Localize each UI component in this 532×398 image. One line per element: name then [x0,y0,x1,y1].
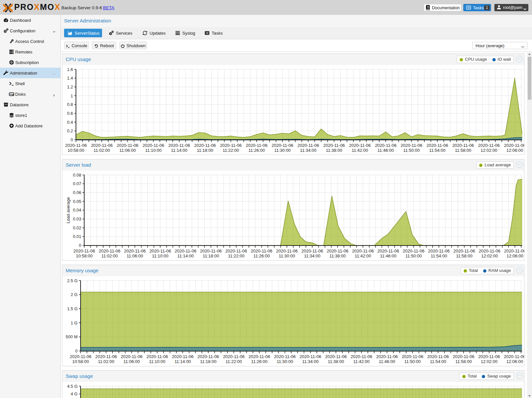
svg-text:2020-11-06: 2020-11-06 [351,354,372,359]
svg-text:0: 0 [75,348,78,353]
svg-text:10:58:00: 10:58:00 [76,253,93,258]
svg-text:2020-11-06: 2020-11-06 [376,354,398,359]
svg-text:2020-11-06: 2020-11-06 [325,354,347,359]
svg-text:0: 0 [79,243,81,248]
svg-text:11:50:00: 11:50:00 [404,359,421,364]
svg-text:2020-11-06: 2020-11-06 [349,143,371,148]
svg-text:2020-11-06: 2020-11-06 [251,249,272,253]
svg-text:11:02:00: 11:02:00 [101,253,118,258]
svg-text:2020-11-06: 2020-11-06 [427,354,449,359]
svg-text:11:54:00: 11:54:00 [429,148,445,153]
svg-text:2.5 G: 2.5 G [67,278,78,283]
svg-text:11:54:00: 11:54:00 [431,253,447,258]
svg-text:0.4: 0.4 [67,120,73,125]
svg-text:2020-11-06: 2020-11-06 [246,143,267,148]
svg-text:2020-11-06: 2020-11-06 [274,354,296,359]
svg-text:0: 0 [71,137,73,142]
svg-text:2020-11-06: 2020-11-06 [117,143,139,148]
svg-text:2020-11-06: 2020-11-06 [168,143,190,148]
svg-text:11:02:00: 11:02:00 [93,148,110,153]
svg-text:2020-11-06: 2020-11-06 [91,143,113,148]
svg-text:11:50:00: 11:50:00 [403,148,420,153]
svg-text:2020-11-06: 2020-11-06 [276,249,298,253]
svg-text:0.04: 0.04 [73,208,81,213]
svg-text:2020-11-06: 2020-11-06 [402,354,423,359]
svg-text:2020-11-06: 2020-11-06 [175,249,196,253]
svg-text:11:18:00: 11:18:00 [200,359,217,364]
svg-text:2020-11-06: 2020-11-06 [146,354,168,359]
svg-text:2020-11-06: 2020-11-06 [504,249,524,253]
svg-text:2020-11-06: 2020-11-06 [121,354,143,359]
svg-text:11:50:00: 11:50:00 [406,253,422,258]
svg-text:2020-11-06: 2020-11-06 [478,143,500,148]
svg-text:2020-11-06: 2020-11-06 [453,249,475,253]
svg-text:11:42:00: 11:42:00 [353,359,370,364]
svg-text:2020-11-06: 2020-11-06 [220,143,242,148]
svg-text:11:22:00: 11:22:00 [228,253,244,258]
svg-text:11:34:00: 11:34:00 [304,253,321,258]
svg-text:2020-11-06: 2020-11-06 [478,354,500,359]
svg-text:11:10:00: 11:10:00 [152,253,168,258]
svg-text:0.6: 0.6 [67,111,73,116]
svg-text:1.6: 1.6 [67,67,73,72]
svg-text:2020-11-06: 2020-11-06 [143,143,164,148]
svg-text:0.05: 0.05 [73,199,81,204]
svg-text:2020-11-06: 2020-11-06 [65,143,87,148]
svg-text:0.03: 0.03 [73,216,81,221]
svg-text:12:02:00: 12:02:00 [481,359,498,364]
svg-text:4.5 G: 4.5 G [67,384,78,389]
svg-text:1.4: 1.4 [67,76,73,81]
svg-text:1: 1 [71,93,73,98]
svg-text:2020-11-06: 2020-11-06 [352,249,374,253]
svg-text:0.02: 0.02 [73,225,81,230]
svg-text:2020-11-06: 2020-11-06 [452,143,474,148]
svg-text:11:06:00: 11:06:00 [124,359,140,364]
svg-text:2020-11-06: 2020-11-06 [323,143,345,148]
svg-text:11:46:00: 11:46:00 [380,253,397,258]
svg-text:1.5 G: 1.5 G [67,306,78,311]
svg-text:500 M: 500 M [66,334,78,339]
svg-text:11:38:00: 11:38:00 [328,359,344,364]
svg-text:2020-11-06: 2020-11-06 [223,354,245,359]
svg-text:2020-11-06: 2020-11-06 [194,143,216,148]
svg-text:11:42:00: 11:42:00 [352,148,368,153]
svg-text:11:34:00: 11:34:00 [302,359,319,364]
svg-text:12:02:00: 12:02:00 [481,253,498,258]
svg-text:2020-11-06: 2020-11-06 [172,354,194,359]
svg-text:11:14:00: 11:14:00 [177,253,194,258]
svg-text:11:14:00: 11:14:00 [171,148,188,153]
svg-text:Load average: Load average [66,197,71,223]
svg-text:2020-11-06: 2020-11-06 [428,249,450,253]
svg-text:11:06:00: 11:06:00 [127,253,143,258]
svg-text:11:22:00: 11:22:00 [226,359,242,364]
svg-text:11:10:00: 11:10:00 [149,359,165,364]
svg-text:11:38:00: 11:38:00 [326,148,342,153]
svg-text:0.06: 0.06 [73,190,81,195]
svg-text:11:26:00: 11:26:00 [248,148,265,153]
svg-text:2020-11-06: 2020-11-06 [197,354,219,359]
svg-text:2020-11-06: 2020-11-06 [301,249,323,253]
svg-text:0.8: 0.8 [67,102,73,107]
svg-text:0.2: 0.2 [67,128,73,133]
svg-text:1.2: 1.2 [67,84,73,89]
svg-text:2020-11-06: 2020-11-06 [403,249,425,253]
svg-text:2020-11-06: 2020-11-06 [200,249,222,253]
svg-text:11:18:00: 11:18:00 [197,148,213,153]
svg-text:11:26:00: 11:26:00 [251,359,267,364]
svg-text:11:10:00: 11:10:00 [145,148,162,153]
svg-text:2020-11-06: 2020-11-06 [95,354,117,359]
svg-text:2020-11-06: 2020-11-06 [377,249,399,253]
svg-text:2020-11-06: 2020-11-06 [401,143,422,148]
svg-text:2020-11-06: 2020-11-06 [504,143,524,148]
svg-text:2020-11-06: 2020-11-06 [479,249,501,253]
svg-text:11:18:00: 11:18:00 [203,253,219,258]
svg-text:11:46:00: 11:46:00 [379,359,395,364]
svg-text:12:02:00: 12:02:00 [480,148,497,153]
svg-text:12:06:00: 12:06:00 [506,148,523,153]
svg-text:11:30:00: 11:30:00 [279,253,295,258]
svg-text:1 G: 1 G [71,320,78,325]
svg-text:11:22:00: 11:22:00 [223,148,239,153]
svg-text:11:30:00: 11:30:00 [277,359,293,364]
svg-text:11:34:00: 11:34:00 [300,148,317,153]
svg-text:2020-11-06: 2020-11-06 [375,143,397,148]
